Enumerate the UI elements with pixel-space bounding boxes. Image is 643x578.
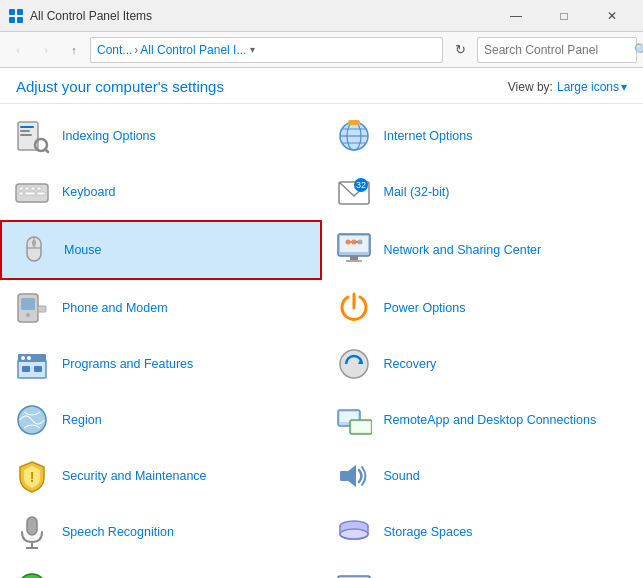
- indexing-icon: [12, 116, 52, 156]
- grid-item-keyboard[interactable]: Keyboard: [0, 164, 322, 220]
- programs-icon: [12, 344, 52, 384]
- item-label-internet-options: Internet Options: [384, 128, 473, 144]
- svg-point-47: [27, 356, 31, 360]
- grid-item-recovery[interactable]: Recovery: [322, 336, 644, 392]
- recovery-icon: [334, 344, 374, 384]
- grid-item-security-maintenance[interactable]: !Security and Maintenance: [0, 448, 322, 504]
- up-button[interactable]: ↑: [62, 38, 86, 62]
- breadcrumb-2[interactable]: All Control Panel I...: [140, 43, 246, 57]
- synccenter-icon: [12, 568, 52, 578]
- svg-point-63: [18, 574, 46, 578]
- address-dropdown[interactable]: ▾: [250, 44, 255, 55]
- items-grid-wrapper: Indexing OptionsInternet OptionsKeyboard…: [0, 104, 643, 578]
- viewby-dropdown[interactable]: Large icons ▾: [557, 80, 627, 94]
- svg-rect-49: [34, 366, 42, 372]
- svg-point-62: [340, 529, 368, 539]
- titlebar-icon: [8, 8, 24, 24]
- grid-item-programs-features[interactable]: Programs and Features: [0, 336, 322, 392]
- grid-item-power-options[interactable]: Power Options: [322, 280, 644, 336]
- internet-icon: [334, 116, 374, 156]
- breadcrumb-1[interactable]: Cont...: [97, 43, 132, 57]
- keyboard-icon: [12, 172, 52, 212]
- address-bar[interactable]: Cont... › All Control Panel I... ▾: [90, 37, 443, 63]
- window-title: All Control Panel Items: [30, 9, 493, 23]
- grid-item-system[interactable]: System: [322, 560, 644, 578]
- svg-rect-57: [340, 471, 348, 481]
- refresh-button[interactable]: ↻: [447, 37, 473, 63]
- grid-item-remoteapp[interactable]: RemoteApp and Desktop Connections: [322, 392, 644, 448]
- svg-rect-34: [346, 260, 362, 262]
- grid-item-indexing-options[interactable]: Indexing Options: [0, 108, 322, 164]
- item-label-programs-features: Programs and Features: [62, 356, 193, 372]
- svg-rect-43: [38, 306, 46, 312]
- sound-icon: [334, 456, 374, 496]
- item-label-security-maintenance: Security and Maintenance: [62, 468, 207, 484]
- grid-item-network-sharing[interactable]: Network and Sharing Center: [322, 220, 644, 280]
- view-by: View by: Large icons ▾: [508, 80, 627, 94]
- svg-text:32: 32: [355, 180, 365, 190]
- forward-button[interactable]: ›: [34, 38, 58, 62]
- item-label-phone-modem: Phone and Modem: [62, 300, 168, 316]
- svg-rect-41: [21, 298, 35, 310]
- svg-rect-17: [19, 187, 23, 190]
- svg-rect-19: [31, 187, 35, 190]
- grid-item-speech-recognition[interactable]: Speech Recognition: [0, 504, 322, 560]
- maximize-button[interactable]: □: [541, 0, 587, 32]
- titlebar: All Control Panel Items — □ ✕: [0, 0, 643, 32]
- svg-rect-3: [17, 17, 23, 23]
- back-button[interactable]: ‹: [6, 38, 30, 62]
- system-icon: [334, 568, 374, 578]
- mouse-icon: [14, 230, 54, 270]
- svg-rect-21: [19, 192, 23, 195]
- search-input[interactable]: [484, 43, 634, 57]
- viewby-chevron-icon: ▾: [621, 80, 627, 94]
- search-icon: 🔍: [634, 43, 643, 57]
- svg-point-37: [345, 240, 350, 245]
- grid-item-sync-center[interactable]: Sync Center: [0, 560, 322, 578]
- region-icon: [12, 400, 52, 440]
- item-label-sound: Sound: [384, 468, 420, 484]
- svg-rect-58: [27, 517, 37, 535]
- grid-item-sound[interactable]: Sound: [322, 448, 644, 504]
- item-label-indexing-options: Indexing Options: [62, 128, 156, 144]
- mail-icon: 32: [334, 172, 374, 212]
- svg-text:!: !: [30, 469, 35, 485]
- storage-icon: [334, 512, 374, 552]
- speech-icon: [12, 512, 52, 552]
- svg-rect-6: [20, 130, 30, 132]
- grid-item-mail[interactable]: 32Mail (32-bit): [322, 164, 644, 220]
- close-button[interactable]: ✕: [589, 0, 635, 32]
- viewby-value-text: Large icons: [557, 80, 619, 94]
- items-grid: Indexing OptionsInternet OptionsKeyboard…: [0, 104, 643, 578]
- item-label-power-options: Power Options: [384, 300, 466, 316]
- grid-item-phone-modem[interactable]: Phone and Modem: [0, 280, 322, 336]
- grid-item-region[interactable]: Region: [0, 392, 322, 448]
- svg-rect-55: [352, 422, 370, 432]
- svg-point-38: [351, 240, 356, 245]
- svg-rect-18: [25, 187, 29, 190]
- item-label-region: Region: [62, 412, 102, 428]
- item-label-speech-recognition: Speech Recognition: [62, 524, 174, 540]
- grid-item-mouse[interactable]: Mouse: [0, 220, 322, 280]
- security-icon: !: [12, 456, 52, 496]
- svg-rect-48: [22, 366, 30, 372]
- svg-rect-22: [25, 192, 35, 195]
- addressbar: ‹ › ↑ Cont... › All Control Panel I... ▾…: [0, 32, 643, 68]
- main-area: Adjust your computer's settings View by:…: [0, 68, 643, 578]
- grid-item-storage-spaces[interactable]: Storage Spaces: [322, 504, 644, 560]
- phone-icon: [12, 288, 52, 328]
- svg-point-42: [26, 313, 30, 317]
- svg-rect-5: [20, 126, 34, 128]
- grid-item-internet-options[interactable]: Internet Options: [322, 108, 644, 164]
- search-box[interactable]: 🔍: [477, 37, 637, 63]
- item-label-storage-spaces: Storage Spaces: [384, 524, 473, 540]
- svg-point-50: [340, 350, 368, 378]
- network-icon: [334, 230, 374, 270]
- svg-point-46: [21, 356, 25, 360]
- item-label-remoteapp: RemoteApp and Desktop Connections: [384, 412, 597, 428]
- minimize-button[interactable]: —: [493, 0, 539, 32]
- item-label-keyboard: Keyboard: [62, 184, 116, 200]
- svg-rect-23: [37, 192, 45, 195]
- item-label-network-sharing: Network and Sharing Center: [384, 242, 542, 258]
- svg-point-39: [357, 240, 362, 245]
